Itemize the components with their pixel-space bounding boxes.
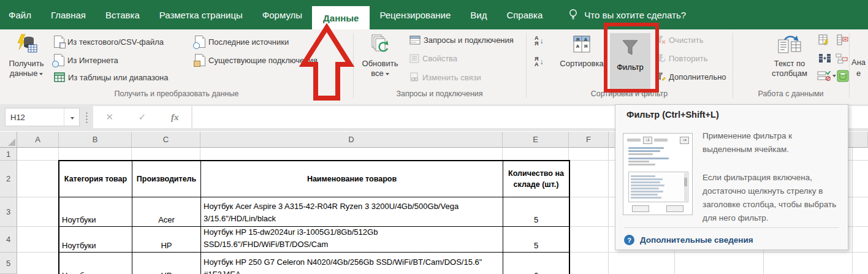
learn-more-label: Дополнительные сведения — [640, 235, 753, 245]
group4-label: Работа с данными — [733, 89, 849, 98]
tell-me-search[interactable]: Что вы хотите сделать? — [568, 8, 686, 21]
edit-links-button[interactable]: Изменить связи — [409, 72, 481, 82]
flash-fill-button[interactable] — [818, 34, 831, 45]
consolidate-button[interactable] — [818, 53, 832, 64]
relationships-button[interactable] — [835, 53, 848, 64]
edit-links-icon — [409, 72, 419, 82]
col-header-A[interactable]: A — [17, 132, 59, 148]
col-header-E[interactable]: E — [503, 132, 569, 148]
data-validation-button[interactable] — [817, 71, 836, 81]
tab-view[interactable]: Вид — [460, 0, 497, 29]
col-header-D[interactable]: D — [200, 132, 503, 148]
row-header-2[interactable]: 2 — [0, 161, 17, 197]
tab-formulas[interactable]: Формулы — [253, 0, 312, 29]
table-header-category[interactable]: Категория товар — [59, 161, 132, 197]
tab-data[interactable]: Данные — [312, 6, 370, 29]
whatif-analysis-cut-label-1[interactable]: Ана — [851, 58, 866, 67]
col-header-F[interactable]: F — [569, 132, 609, 148]
enter-icon[interactable]: ✓ — [139, 112, 147, 123]
insert-function-icon[interactable]: fx — [171, 112, 179, 123]
col-header-C[interactable]: C — [132, 132, 200, 148]
row-header-3[interactable]: 3 — [0, 197, 17, 227]
queries-connections-button[interactable]: Запросы и подключения — [409, 36, 514, 45]
table-cell[interactable]: Ноутбук HP 15-dw2024ur i3-1005G1/8Gb/512… — [201, 227, 503, 253]
table-cell[interactable]: Ноутбук HP 250 G7 Celeron N4020/4Gb/256G… — [201, 253, 503, 274]
excel-window: { "menu": { "tabs": ["Файл","Главная","В… — [0, 0, 868, 274]
get-data-label-1: Получить — [9, 59, 44, 69]
table-cell[interactable]: 5 — [503, 227, 569, 253]
refresh-all-label-2: все — [371, 69, 389, 78]
dropdown-caret — [39, 73, 43, 75]
tab-help[interactable]: Справка — [497, 0, 552, 29]
table-cell[interactable]: 6 — [503, 253, 569, 274]
table-cell[interactable]: Ноутбуки — [59, 197, 132, 227]
sort-button[interactable]: Я А А Я Сортировка — [555, 32, 608, 69]
remove-duplicates-button[interactable] — [835, 34, 848, 45]
menu-bar: Файл Главная Вставка Разметка страницы Ф… — [0, 0, 868, 29]
table-cell[interactable]: Ноутбуки — [59, 227, 132, 253]
table-cell[interactable]: 5 — [503, 197, 569, 227]
refresh-all-button[interactable]: Обновить все — [358, 32, 402, 78]
table-cell[interactable]: Ноутбуки — [59, 253, 132, 274]
text-to-columns-button[interactable]: Текст по столбцам — [762, 32, 817, 78]
cancel-icon[interactable]: ✕ — [105, 112, 113, 123]
whatif-analysis-cut-label-2: е — [856, 69, 861, 78]
row-header-4[interactable]: 4 — [0, 227, 17, 253]
table-cell[interactable]: HP — [132, 227, 201, 253]
row-header-5[interactable]: 5 — [0, 253, 17, 274]
recent-sources-button[interactable]: Последние источники — [195, 36, 289, 48]
text-to-columns-icon — [776, 32, 803, 56]
help-question-icon: ? — [624, 235, 634, 245]
get-data-button[interactable]: Получить данные — [4, 32, 49, 78]
filter-preview-image: ↓1 ↓я — [623, 133, 693, 215]
clear-filter-button[interactable]: Очистить — [656, 36, 704, 45]
existing-connections-icon — [195, 54, 205, 66]
tab-insert[interactable]: Вставка — [96, 0, 150, 29]
get-data-label-2: данные — [10, 69, 44, 78]
sort-descending-button[interactable]: ЯА ↓ — [535, 56, 544, 67]
group-queries-connections: Обновить все Запросы и подключения Свойс… — [353, 29, 526, 104]
name-box-caret[interactable] — [70, 117, 74, 120]
table-header-product-name[interactable]: Наименование товаров — [201, 161, 503, 197]
product-table: Категория товар Производитель Наименован… — [58, 160, 570, 274]
svg-text:Я: Я — [576, 37, 580, 42]
table-cell[interactable]: Ноутбук Acer Aspire 3 A315-42-R04R Ryzen… — [201, 197, 503, 227]
tab-review[interactable]: Рецензирование — [370, 0, 460, 29]
select-all-corner[interactable] — [0, 132, 17, 148]
sort-ascending-button[interactable]: АЯ ↓ — [535, 36, 544, 47]
existing-connections-button[interactable]: Существующие подключения — [195, 54, 318, 66]
reapply-filter-button[interactable]: Повторить — [656, 54, 707, 63]
table-header-quantity[interactable]: Количество на складе (шт.) — [503, 161, 569, 197]
svg-text:Я: Я — [584, 44, 588, 49]
name-box-divider — [64, 108, 64, 126]
web-icon — [54, 54, 64, 66]
name-box[interactable]: H12 — [5, 108, 80, 126]
tooltip-title: Фильтр (Ctrl+Shift+L) — [626, 110, 719, 120]
tooltip-paragraph-1: Применение фильтра к выделенным ячейкам. — [702, 129, 840, 156]
refresh-all-icon — [370, 32, 390, 56]
table-cell[interactable]: Acer — [132, 197, 201, 227]
ribbon: Получить данные Из текстового/CSV-файла … — [0, 29, 868, 105]
formula-bar-drag-handle[interactable] — [86, 112, 88, 124]
tell-me-label: Что вы хотите сделать? — [584, 10, 686, 20]
data-model-button[interactable] — [837, 70, 849, 82]
from-csv-button[interactable]: Из текстового/CSV-файла — [54, 36, 164, 48]
lightbulb-icon — [568, 8, 578, 21]
group1-label: Получить и преобразовать данные — [0, 89, 353, 98]
properties-button[interactable]: Свойства — [409, 54, 457, 63]
from-table-range-button[interactable]: Из таблицы или диапазона — [54, 72, 168, 82]
tooltip-learn-more[interactable]: ? Дополнительные сведения — [624, 235, 753, 245]
table-cell[interactable]: HP — [132, 253, 201, 274]
advanced-filter-button[interactable]: Дополнительно — [656, 72, 726, 82]
from-web-button[interactable]: Из Интернета — [54, 54, 118, 66]
text-to-columns-label-1: Текст по — [774, 59, 805, 69]
table-header-manufacturer[interactable]: Производитель — [132, 161, 201, 197]
recent-sources-icon — [195, 36, 205, 48]
row-header-1[interactable]: 1 — [0, 148, 17, 161]
gridline — [852, 148, 853, 274]
group-forecast-cut: Ана е — [849, 29, 868, 104]
tab-home[interactable]: Главная — [41, 0, 96, 29]
tab-page-layout[interactable]: Разметка страницы — [150, 0, 253, 29]
tab-file[interactable]: Файл — [0, 0, 41, 29]
col-header-B[interactable]: B — [59, 132, 132, 148]
